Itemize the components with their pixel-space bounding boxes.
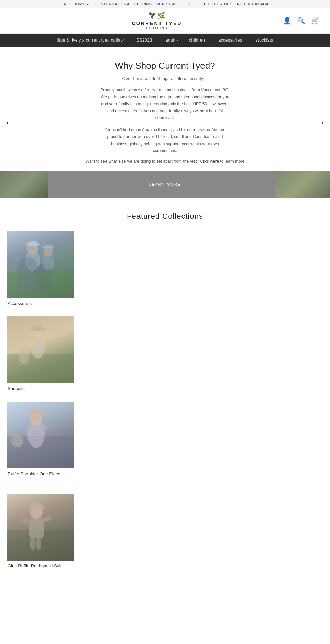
site-header: 🦅 🌿 CURRENT TYED CLOTHING 👤 🔍 🛒 xyxy=(0,8,330,34)
why-body-2: You won't find us on Amazon though, and … xyxy=(100,126,230,155)
collection-accessories[interactable]: Accessories xyxy=(7,231,323,306)
collection-svg-sunsuits xyxy=(7,316,74,383)
search-icon[interactable]: 🔍 xyxy=(297,16,306,25)
svg-point-39 xyxy=(31,502,42,508)
svg-rect-36 xyxy=(30,538,35,550)
svg-point-28 xyxy=(11,435,23,447)
collection-sunsuits[interactable]: Sunsuits xyxy=(7,316,323,391)
announcement-bar: FREE DOMESTIC + INTERNATIONAL SHIPPING O… xyxy=(0,0,330,8)
svg-point-23 xyxy=(33,433,35,435)
svg-rect-4 xyxy=(29,241,37,246)
strip-image-right xyxy=(275,171,330,198)
why-shop-carousel: ‹ › Why Shop Current Tyed? Over here, we… xyxy=(0,47,330,199)
svg-rect-0 xyxy=(7,272,74,298)
collection-image-ruffle xyxy=(7,402,74,468)
svg-rect-30 xyxy=(29,518,44,538)
chevron-icon: › xyxy=(177,38,178,42)
svg-point-24 xyxy=(36,431,38,433)
learn-more-button[interactable]: LEARN MORE xyxy=(143,180,188,189)
collection-label-ruffle: Ruffle Shoulder One Piece xyxy=(7,471,323,476)
nav-item-collab[interactable]: little & lively x current tyed collab › xyxy=(51,34,131,47)
nav-item-accessories[interactable]: accessories › xyxy=(213,34,250,47)
featured-collections: Featured Collections Accessories xyxy=(0,198,330,644)
announcement-left: FREE DOMESTIC + INTERNATIONAL SHIPPING O… xyxy=(61,2,175,6)
collection-svg-accessories xyxy=(7,231,74,298)
collection-label-accessories: Accessories xyxy=(7,301,323,306)
collection-label-sunsuits: Sunsuits xyxy=(7,386,323,391)
cart-icon[interactable]: 🛒 xyxy=(311,16,320,25)
account-icon[interactable]: 👤 xyxy=(283,16,292,25)
why-link-text: Want to see what else we are doing to se… xyxy=(21,159,309,164)
collection-rashguard[interactable]: Girls Ruffle Rashgaurd Suit xyxy=(7,494,323,568)
svg-rect-37 xyxy=(36,538,41,550)
logo[interactable]: 🦅 🌿 CURRENT TYED CLOTHING xyxy=(132,12,182,30)
header-icons: 👤 🔍 🛒 xyxy=(283,16,320,25)
collection-ruffle-one-piece[interactable]: Ruffle Shoulder One Piece xyxy=(7,402,323,476)
carousel-right-arrow[interactable]: › xyxy=(318,118,327,127)
nav-item-ss2023[interactable]: SS2023 › xyxy=(131,34,160,47)
chevron-icon: › xyxy=(244,38,245,42)
why-title: Why Shop Current Tyed? xyxy=(21,60,309,71)
svg-rect-35 xyxy=(43,516,52,522)
logo-subtitle: CLOTHING xyxy=(146,26,168,30)
carousel-left-arrow[interactable]: ‹ xyxy=(3,118,12,127)
nav-item-stockists[interactable]: stockists xyxy=(250,34,279,47)
svg-rect-8 xyxy=(45,245,52,248)
logo-name: CURRENT TYED xyxy=(132,21,182,26)
chevron-icon: › xyxy=(124,38,125,42)
why-shop-section: Why Shop Current Tyed? Over here, we do … xyxy=(0,47,330,171)
why-subtitle: Over here, we do things a little differe… xyxy=(21,76,309,81)
collection-image-sunsuits xyxy=(7,316,74,383)
learn-more-strip: LEARN MORE xyxy=(0,171,330,198)
collection-image-rashguard xyxy=(7,494,74,561)
featured-title: Featured Collections xyxy=(7,212,323,221)
chevron-icon: › xyxy=(154,38,155,42)
svg-point-27 xyxy=(31,409,42,415)
announcement-right: PROUDLY DESIGNED IN CANADA xyxy=(204,2,269,6)
svg-point-15 xyxy=(20,346,28,354)
svg-point-13 xyxy=(33,325,43,330)
here-link[interactable]: here xyxy=(210,159,220,164)
chevron-icon: › xyxy=(206,38,208,42)
logo-icon: 🦅 🌿 xyxy=(148,12,165,19)
svg-point-25 xyxy=(34,438,36,440)
why-body-1: Proudly small, we are a family run small… xyxy=(100,87,230,122)
strip-image-left xyxy=(0,171,48,198)
nav-item-children[interactable]: children › xyxy=(184,34,213,47)
collection-svg-ruffle xyxy=(7,402,74,468)
collection-image-accessories xyxy=(7,231,74,298)
main-nav: little & lively x current tyed collab › … xyxy=(0,34,330,47)
svg-rect-9 xyxy=(7,354,74,383)
nav-item-adult[interactable]: adult › xyxy=(160,34,184,47)
collection-label-rashguard: Girls Ruffle Rashgaurd Suit xyxy=(7,563,323,568)
announcement-separator: | xyxy=(189,2,190,6)
collection-svg-rashguard xyxy=(7,494,74,561)
